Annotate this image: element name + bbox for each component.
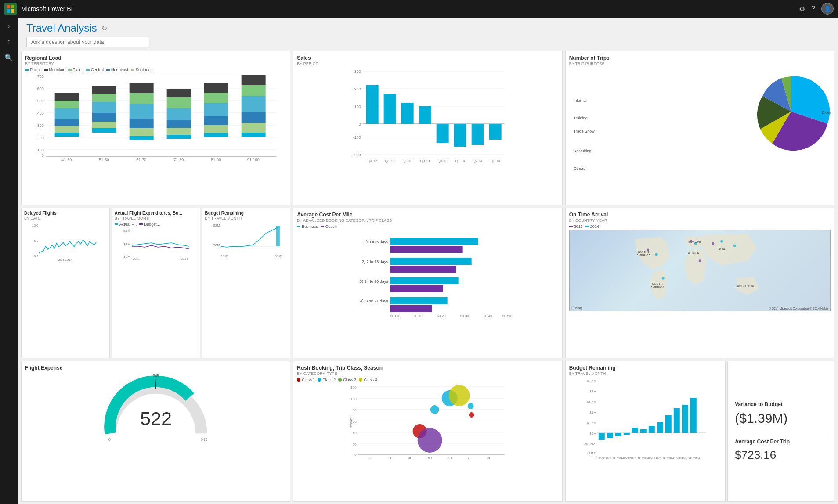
user-avatar[interactable]: 👤 <box>821 3 834 15</box>
svg-rect-1 <box>11 5 14 8</box>
svg-rect-0 <box>7 5 10 8</box>
help-icon[interactable]: ? <box>811 5 815 13</box>
settings-icon[interactable]: ⚙ <box>799 5 805 13</box>
svg-rect-2 <box>7 9 10 13</box>
topbar-icons: ⚙ ? 👤 <box>799 3 834 15</box>
topbar: Microsoft Power BI ⚙ ? 👤 <box>0 0 838 18</box>
svg-rect-3 <box>11 9 14 13</box>
app-logo <box>4 3 17 15</box>
topbar-title: Microsoft Power BI <box>21 5 72 12</box>
